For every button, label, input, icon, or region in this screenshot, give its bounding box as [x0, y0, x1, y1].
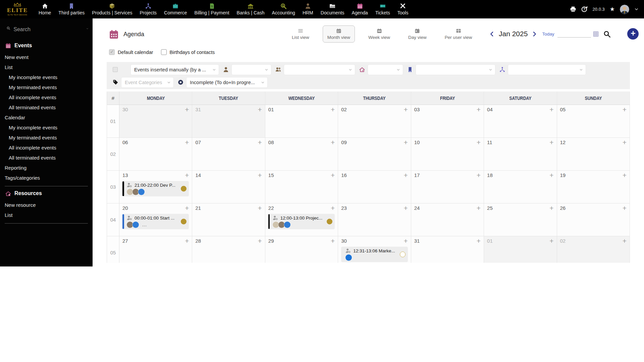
view-tab[interactable]: Day view	[404, 25, 431, 43]
menu-item[interactable]: Agenda	[348, 0, 372, 18]
user-avatar[interactable]	[620, 5, 629, 14]
add-event-in-day-button[interactable]: +	[331, 205, 335, 211]
menu-item[interactable]: Products | Services	[88, 0, 136, 18]
menu-item[interactable]: Home	[35, 0, 55, 18]
filter-dropdown[interactable]: Event Categories	[121, 77, 173, 87]
add-event-in-day-button[interactable]: +	[331, 139, 335, 145]
calendar-event[interactable]: 00:00-01:00 Start ... ...	[122, 214, 189, 229]
attendee-avatar[interactable]	[138, 189, 145, 195]
sidebar-item[interactable]: My terminated events	[5, 132, 93, 142]
sidebar-item[interactable]: All terminated events	[5, 102, 93, 112]
add-event-in-day-button[interactable]: +	[404, 205, 408, 211]
add-event-in-day-button[interactable]: +	[331, 107, 335, 112]
menu-item[interactable]: Third parties	[55, 0, 88, 18]
view-tab[interactable]: List view	[287, 25, 314, 43]
menu-item[interactable]: Projects	[136, 0, 161, 18]
brand-logo[interactable]: ELITE ELITE TECH DESIGNS	[0, 0, 35, 18]
add-event-in-day-button[interactable]: +	[185, 172, 189, 178]
calendar-event[interactable]: 21:00-22:00 Dev P...	[122, 181, 189, 196]
sidebar-item[interactable]: New event	[5, 52, 93, 62]
calendar-event[interactable]: 12:31-13:06 Marke...	[341, 247, 408, 262]
add-event-in-day-button[interactable]: +	[549, 172, 553, 178]
menu-item[interactable]: $ Billing | Payment	[191, 0, 233, 18]
menu-item[interactable]: $ Accounting	[268, 0, 299, 18]
today-link[interactable]: Today	[542, 32, 554, 37]
sidebar-item[interactable]: My terminated events	[5, 82, 93, 92]
checkbox[interactable]	[161, 49, 167, 55]
search-input[interactable]	[13, 26, 83, 33]
menu-item[interactable]: Commerce	[160, 0, 191, 18]
chevron-left-icon[interactable]	[489, 31, 495, 37]
mini-calendar-grid-icon[interactable]	[593, 31, 599, 37]
add-event-in-day-button[interactable]: +	[477, 205, 481, 211]
attendee-avatar[interactable]	[273, 222, 279, 228]
add-event-in-day-button[interactable]: +	[258, 238, 262, 244]
menu-item[interactable]: Tickets	[372, 0, 394, 18]
sidebar-item[interactable]: Reporting	[5, 163, 93, 173]
add-event-in-day-button[interactable]: +	[477, 238, 481, 244]
add-event-in-day-button[interactable]: +	[477, 107, 481, 112]
attendee-avatar[interactable]	[132, 222, 139, 228]
goto-date-input[interactable]	[557, 30, 591, 38]
sidebar-item[interactable]: Calendar	[5, 112, 93, 122]
add-event-in-day-button[interactable]: +	[477, 139, 481, 145]
menu-item[interactable]: Documents	[317, 0, 348, 18]
printer-icon[interactable]	[570, 6, 576, 12]
sidebar-section-header[interactable]: Resources	[5, 190, 93, 196]
add-event-in-day-button[interactable]: +	[549, 107, 553, 112]
filter-dropdown[interactable]	[368, 65, 403, 75]
add-event-in-day-button[interactable]: +	[185, 139, 189, 145]
add-event-in-day-button[interactable]: +	[258, 172, 262, 178]
select-all-checkbox[interactable]	[113, 67, 118, 72]
add-event-in-day-button[interactable]: +	[623, 139, 627, 145]
sidebar-item[interactable]: Tags/categories	[5, 173, 93, 183]
view-tab[interactable]: Per user view	[440, 25, 477, 43]
add-event-in-day-button[interactable]: +	[549, 139, 553, 145]
add-event-in-day-button[interactable]: +	[623, 238, 627, 244]
sidebar-item[interactable]: New resource	[5, 200, 93, 210]
filter-dropdown[interactable]: Incomplete (To do+In progre...	[186, 77, 267, 87]
add-event-in-day-button[interactable]: +	[258, 107, 262, 112]
add-event-in-day-button[interactable]: +	[623, 172, 627, 178]
sidebar-item[interactable]: All incomplete events	[5, 142, 93, 153]
add-event-in-day-button[interactable]: +	[185, 107, 189, 112]
view-tab[interactable]: Week view	[364, 25, 395, 43]
add-event-in-day-button[interactable]: +	[477, 172, 481, 178]
add-event-in-day-button[interactable]: +	[404, 139, 408, 145]
chevron-right-icon[interactable]	[532, 31, 537, 37]
add-event-in-day-button[interactable]: +	[404, 238, 408, 244]
sidebar-item[interactable]: My incomplete events	[5, 122, 93, 132]
sidebar-item[interactable]: List	[5, 62, 93, 72]
add-event-in-day-button[interactable]: +	[404, 107, 408, 112]
attendee-avatar[interactable]	[284, 222, 290, 228]
add-event-in-day-button[interactable]: +	[623, 205, 627, 211]
add-event-in-day-button[interactable]: +	[258, 139, 262, 145]
filter-dropdown[interactable]	[284, 65, 355, 75]
view-tab[interactable]: Month view	[323, 25, 355, 43]
add-event-in-day-button[interactable]: +	[549, 205, 553, 211]
calendar-event[interactable]: 12:00-13:00 Projec...	[268, 214, 335, 229]
chevron-down-icon[interactable]	[86, 27, 89, 32]
menu-item[interactable]: Banks | Cash	[233, 0, 268, 18]
menu-item[interactable]: HRM	[299, 0, 317, 18]
add-event-in-day-button[interactable]: +	[331, 172, 335, 178]
bookmark-star-icon[interactable]: ★	[610, 6, 615, 13]
attendee-avatar[interactable]	[345, 254, 352, 261]
add-event-in-day-button[interactable]: +	[185, 205, 189, 211]
add-event-button[interactable]: +	[627, 28, 639, 40]
add-event-in-day-button[interactable]: +	[549, 238, 553, 244]
filter-dropdown[interactable]	[508, 65, 586, 75]
add-event-in-day-button[interactable]: +	[258, 205, 262, 211]
filter-dropdown[interactable]: Events inserted manually (by a ...	[131, 65, 219, 75]
add-event-in-day-button[interactable]: +	[623, 107, 627, 112]
add-event-in-day-button[interactable]: +	[404, 172, 408, 178]
attendee-avatar[interactable]	[278, 222, 285, 228]
sidebar-item[interactable]: My incomplete events	[5, 72, 93, 82]
sidebar-section-header[interactable]: Events	[5, 43, 93, 49]
help-icon[interactable]: ?	[581, 6, 588, 12]
sidebar-item[interactable]: All terminated events	[5, 153, 93, 163]
filter-dropdown[interactable]	[232, 65, 271, 75]
header-search-icon[interactable]	[603, 31, 610, 38]
chevron-down-icon[interactable]	[634, 7, 639, 11]
sidebar-item[interactable]: List	[5, 210, 93, 220]
